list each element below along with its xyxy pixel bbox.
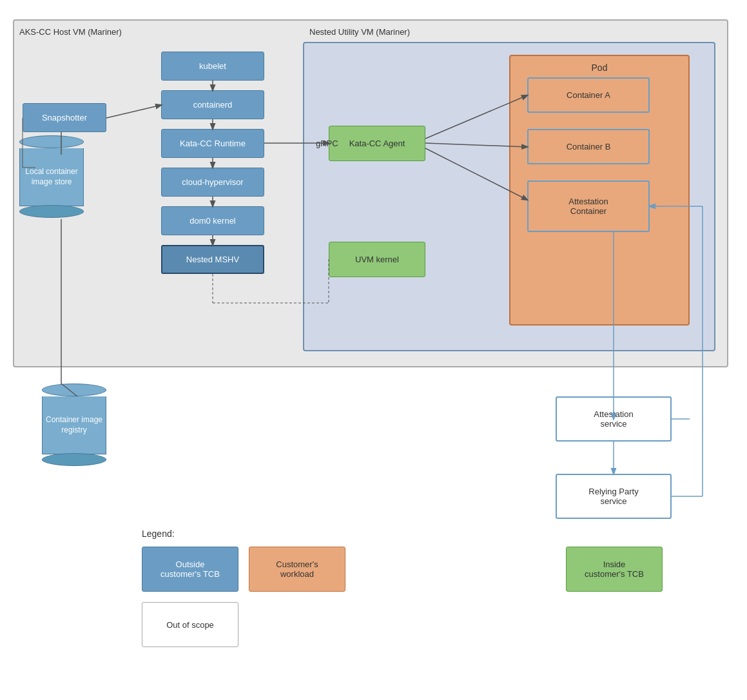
container-b-box: Container B <box>527 129 650 164</box>
cyl-body: Local container image store <box>19 148 84 206</box>
legend-area: Legend: Outsidecustomer's TCB Customer's… <box>142 529 747 647</box>
relying-party-label: Relying Party service <box>588 487 638 506</box>
kata-runtime-label: Kata-CC Runtime <box>180 139 246 148</box>
aks-host-label: AKS-CC Host VM (Mariner) <box>19 27 122 37</box>
legend-inside-tcb-label: Insidecustomer's TCB <box>585 559 644 579</box>
reg-cyl-body: Container image registry <box>42 396 106 454</box>
legend-title: Legend: <box>142 529 747 539</box>
kubelet-label: kubelet <box>199 61 226 71</box>
relying-party-box: Relying Party service <box>556 474 672 519</box>
cloud-hypervisor-label: cloud-hypervisor <box>182 177 243 187</box>
legend-items: Outsidecustomer's TCB Customer'sworkload… <box>142 547 747 647</box>
uvm-kernel-label: UVM kernel <box>355 255 399 264</box>
cloud-hypervisor-box: cloud-hypervisor <box>161 168 264 197</box>
containerd-label: containerd <box>193 100 233 110</box>
local-store-label: Local container image store <box>25 167 77 187</box>
legend-customer-workload: Customer'sworkload <box>249 547 345 592</box>
legend-out-of-scope: Out of scope <box>142 602 238 647</box>
cyl-bottom <box>19 205 84 218</box>
nested-vm-label: Nested Utility VM (Mariner) <box>309 27 410 37</box>
snapshotter-box: Snapshotter <box>23 103 106 132</box>
attestation-container-box: Attestation Container <box>527 180 650 232</box>
cyl-top <box>19 135 84 148</box>
attestation-service-box: Attestation service <box>556 396 672 442</box>
registry-cylinder: Container image registry <box>42 384 106 466</box>
nested-mshv-label: Nested MSHV <box>186 255 239 264</box>
legend-out-of-scope-label: Out of scope <box>166 620 214 630</box>
snapshotter-label: Snapshotter <box>42 113 87 122</box>
attestation-container-label: Attestation Container <box>568 197 608 216</box>
kata-agent-label: Kata-CC Agent <box>349 139 405 148</box>
kata-runtime-box: Kata-CC Runtime <box>161 129 264 158</box>
kubelet-box: kubelet <box>161 52 264 81</box>
local-store-cylinder: Local container image store <box>19 135 84 218</box>
kata-agent-box: Kata-CC Agent <box>329 126 425 161</box>
registry-label: Container image registry <box>46 415 102 435</box>
container-b-label: Container B <box>567 142 611 151</box>
reg-cyl-top <box>42 384 106 396</box>
legend-outside-tcb: Outsidecustomer's TCB <box>142 547 238 592</box>
legend-customer-workload-label: Customer'sworkload <box>276 559 318 579</box>
legend-inside-tcb: Insidecustomer's TCB <box>566 547 663 592</box>
dom0-kernel-label: dom0 kernel <box>189 216 236 226</box>
grpc-label: gRPC <box>316 139 338 148</box>
reg-cyl-bottom <box>42 453 106 466</box>
container-a-box: Container A <box>527 77 650 113</box>
diagram-container: AKS-CC Host VM (Mariner) Nested Utility … <box>0 0 747 700</box>
legend-outside-tcb-label: Outsidecustomer's TCB <box>160 559 220 579</box>
pod-label: Pod <box>510 63 688 73</box>
containerd-box: containerd <box>161 90 264 119</box>
attestation-service-label: Attestation service <box>594 409 633 429</box>
container-a-label: Container A <box>567 90 610 100</box>
dom0-kernel-box: dom0 kernel <box>161 206 264 235</box>
nested-mshv-box: Nested MSHV <box>161 245 264 274</box>
uvm-kernel-box: UVM kernel <box>329 242 425 277</box>
